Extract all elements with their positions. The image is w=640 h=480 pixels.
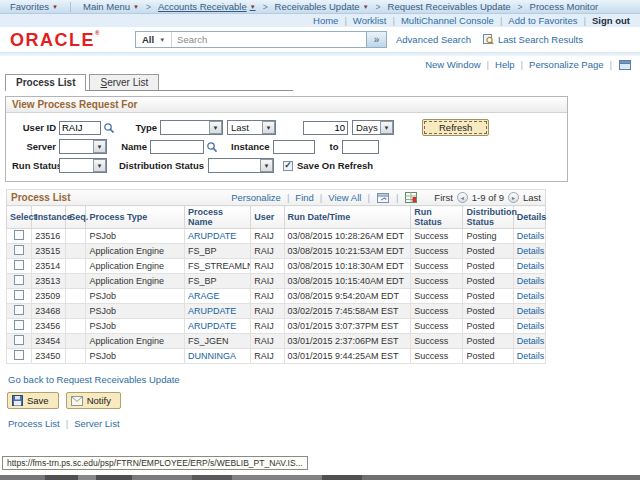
- distribution-status-select[interactable]: ▼: [208, 158, 274, 173]
- row-select-checkbox[interactable]: [14, 260, 24, 270]
- row-select-checkbox[interactable]: [14, 335, 24, 345]
- cell-seq: [66, 289, 86, 304]
- next-page-icon[interactable]: ►: [508, 192, 519, 203]
- cell-run-datetime: 03/01/2015 3:07:37PM EST: [284, 319, 411, 334]
- column-header-user[interactable]: User: [251, 206, 284, 229]
- column-header-select[interactable]: Select: [7, 206, 32, 229]
- process-name-input[interactable]: [150, 140, 204, 154]
- days-unit-select[interactable]: Days ▼: [352, 120, 394, 135]
- tab-server-list[interactable]: Server List: [89, 74, 159, 90]
- cell-details-link[interactable]: Details: [513, 334, 545, 349]
- instance-to-input[interactable]: [342, 140, 379, 154]
- row-select-checkbox[interactable]: [14, 230, 24, 240]
- cell-details-link[interactable]: Details: [513, 259, 545, 274]
- separator: |: [392, 15, 394, 26]
- page-url-icon[interactable]: [619, 60, 631, 70]
- home-link[interactable]: Home: [313, 15, 338, 26]
- help-link[interactable]: Help: [495, 59, 515, 70]
- chevron-down-icon: ▼: [159, 37, 165, 43]
- cell-details-link[interactable]: Details: [513, 319, 545, 334]
- server-list-link[interactable]: Server List: [74, 418, 119, 429]
- breadcrumb-item-main-menu[interactable]: Main Menu▼: [77, 1, 145, 12]
- cell-details-link[interactable]: Details: [513, 244, 545, 259]
- last-search-results-icon: [483, 34, 494, 45]
- search-input[interactable]: [172, 32, 366, 47]
- process-list-link[interactable]: Process List: [8, 418, 60, 429]
- refresh-button[interactable]: Refresh: [422, 119, 489, 136]
- column-header-details[interactable]: Details: [513, 206, 545, 229]
- last-select-value: Last: [228, 122, 262, 133]
- chevron-down-icon: ▼: [93, 159, 106, 172]
- row-select-checkbox[interactable]: [14, 305, 24, 315]
- pager-last-label[interactable]: Last: [523, 192, 541, 203]
- breadcrumb-item-receivables-update[interactable]: Receivables Update▼: [269, 1, 375, 12]
- column-header-process-type[interactable]: Process Type: [86, 206, 185, 229]
- add-to-favorites-link[interactable]: Add to Favorites: [508, 15, 577, 26]
- popup-icon[interactable]: [377, 193, 389, 203]
- personalize-link[interactable]: Personalize: [231, 192, 281, 203]
- cell-seq: [66, 229, 86, 244]
- breadcrumb-item-accounts-receivable[interactable]: Accounts Receivable▼: [152, 1, 262, 12]
- cell-process-name[interactable]: ARUPDATE: [184, 319, 250, 334]
- column-header-run-status[interactable]: Run Status: [411, 206, 463, 229]
- search-go-button[interactable]: »: [366, 32, 386, 47]
- breadcrumb-item-process-monitor[interactable]: Process Monitor: [524, 1, 605, 12]
- column-header-distribution-status[interactable]: Distribution Status: [463, 206, 513, 229]
- cell-process-name[interactable]: DUNNINGA: [184, 349, 250, 364]
- cell-run-status: Success: [411, 274, 463, 289]
- user-id-lookup-icon[interactable]: [103, 122, 115, 134]
- cell-details-link[interactable]: Details: [513, 274, 545, 289]
- row-select-checkbox[interactable]: [14, 290, 24, 300]
- cell-details-link[interactable]: Details: [513, 289, 545, 304]
- run-status-select[interactable]: ▼: [59, 158, 107, 173]
- type-select[interactable]: ▼: [160, 120, 223, 135]
- cell-details-link[interactable]: Details: [513, 229, 545, 244]
- cell-process-name[interactable]: ARUPDATE: [184, 229, 250, 244]
- chevron-down-icon: ▼: [250, 4, 256, 10]
- cell-details-link[interactable]: Details: [513, 349, 545, 364]
- process-name-lookup-icon[interactable]: [206, 141, 218, 153]
- sign-out-link[interactable]: Sign out: [592, 15, 630, 26]
- row-select-checkbox[interactable]: [14, 320, 24, 330]
- last-search-results-link[interactable]: Last Search Results: [482, 34, 583, 45]
- breadcrumb-item-favorites[interactable]: Favorites▼: [4, 1, 64, 12]
- breadcrumb-item-request-receivables-update[interactable]: Request Receivables Update: [382, 1, 517, 12]
- search-scope-dropdown[interactable]: All ▼: [136, 32, 172, 47]
- row-select-checkbox[interactable]: [14, 275, 24, 285]
- row-select-checkbox[interactable]: [14, 245, 24, 255]
- column-header-process-name[interactable]: Process Name: [184, 206, 250, 229]
- cell-process-name[interactable]: ARUPDATE: [184, 304, 250, 319]
- multichannel-console-link[interactable]: MultiChannel Console: [401, 15, 494, 26]
- days-count-input[interactable]: [303, 121, 348, 135]
- instance-from-input[interactable]: [273, 140, 315, 154]
- column-header-run-date-time[interactable]: Run Date/Time: [284, 206, 411, 229]
- separator: |: [584, 15, 586, 26]
- column-header-instance[interactable]: Instance: [32, 206, 66, 229]
- advanced-search-link[interactable]: Advanced Search: [396, 34, 471, 45]
- server-select[interactable]: ▼: [59, 139, 107, 154]
- chevron-down-icon: ▼: [380, 121, 393, 134]
- table-row: 23513Application EngineFS_BPRAIJ03/08/20…: [7, 274, 546, 289]
- new-window-link[interactable]: New Window: [425, 59, 480, 70]
- form-area: User ID Type ▼ Last ▼ Days ▼ Refresh Ser…: [6, 113, 567, 181]
- cell-instance: 23515: [32, 244, 66, 259]
- notify-button[interactable]: Notify: [66, 392, 121, 409]
- personalize-page-link[interactable]: Personalize Page: [529, 59, 603, 70]
- previous-page-icon[interactable]: ◄: [457, 192, 468, 203]
- pager-first-label[interactable]: First: [434, 192, 452, 203]
- user-id-input[interactable]: [59, 121, 101, 135]
- tab-process-list[interactable]: Process List: [5, 74, 86, 91]
- last-select[interactable]: Last ▼: [227, 120, 276, 135]
- worklist-link[interactable]: Worklist: [353, 15, 387, 26]
- cell-process-type: PSJob: [86, 349, 185, 364]
- go-back-link[interactable]: Go back to Request Receivables Update: [8, 374, 180, 385]
- cell-details-link[interactable]: Details: [513, 304, 545, 319]
- download-icon[interactable]: [405, 192, 417, 203]
- save-button[interactable]: Save: [7, 392, 59, 409]
- save-on-refresh-checkbox[interactable]: ✓: [283, 161, 293, 171]
- column-header-seq-[interactable]: Seq.: [66, 206, 86, 229]
- row-select-checkbox[interactable]: [14, 350, 24, 360]
- cell-process-name[interactable]: ARAGE: [184, 289, 250, 304]
- find-link[interactable]: Find: [295, 192, 313, 203]
- view-all-link[interactable]: View All: [328, 192, 361, 203]
